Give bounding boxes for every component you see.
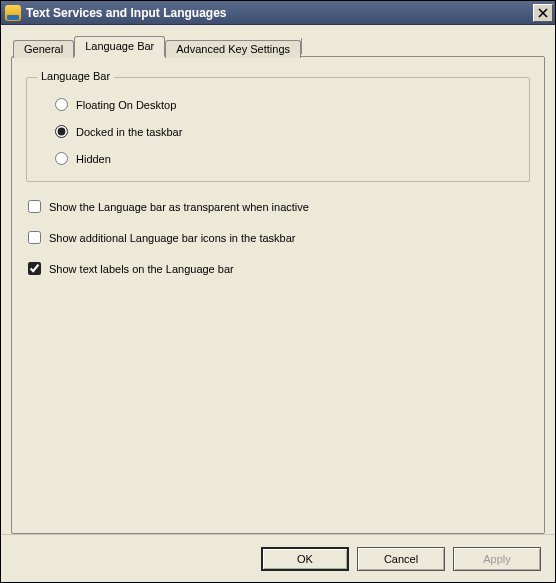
radio-floating[interactable] bbox=[55, 98, 68, 111]
radio-docked-label: Docked in the taskbar bbox=[76, 126, 182, 138]
ok-button[interactable]: OK bbox=[261, 547, 349, 571]
radio-floating-label: Floating On Desktop bbox=[76, 99, 176, 111]
tab-advanced-key-settings[interactable]: Advanced Key Settings bbox=[165, 40, 301, 58]
radio-hidden-label: Hidden bbox=[76, 153, 111, 165]
radio-docked[interactable] bbox=[55, 125, 68, 138]
button-row: OK Cancel Apply bbox=[1, 534, 555, 582]
check-text-labels-label: Show text labels on the Language bar bbox=[49, 263, 234, 275]
titlebar: Text Services and Input Languages bbox=[1, 1, 555, 25]
check-text-labels[interactable] bbox=[28, 262, 41, 275]
tab-language-bar[interactable]: Language Bar bbox=[74, 36, 165, 57]
radio-floating-row[interactable]: Floating On Desktop bbox=[55, 98, 515, 111]
check-extra-icons[interactable] bbox=[28, 231, 41, 244]
close-button[interactable] bbox=[533, 4, 553, 22]
cancel-button[interactable]: Cancel bbox=[357, 547, 445, 571]
check-transparent-row[interactable]: Show the Language bar as transparent whe… bbox=[28, 200, 530, 213]
tab-panel: Language Bar Floating On Desktop Docked … bbox=[11, 56, 545, 534]
group-legend: Language Bar bbox=[37, 70, 114, 82]
dialog-window: Text Services and Input Languages Genera… bbox=[0, 0, 556, 583]
check-transparent-label: Show the Language bar as transparent whe… bbox=[49, 201, 309, 213]
client-area: General Language Bar Advanced Key Settin… bbox=[1, 25, 555, 534]
language-bar-group: Language Bar Floating On Desktop Docked … bbox=[26, 77, 530, 182]
window-title: Text Services and Input Languages bbox=[26, 6, 533, 20]
tab-general[interactable]: General bbox=[13, 40, 74, 58]
check-transparent[interactable] bbox=[28, 200, 41, 213]
check-text-labels-row[interactable]: Show text labels on the Language bar bbox=[28, 262, 530, 275]
close-icon bbox=[538, 8, 548, 18]
app-icon bbox=[5, 5, 21, 21]
check-extra-icons-row[interactable]: Show additional Language bar icons in th… bbox=[28, 231, 530, 244]
tab-divider bbox=[301, 38, 302, 54]
tab-strip: General Language Bar Advanced Key Settin… bbox=[11, 35, 545, 56]
apply-button[interactable]: Apply bbox=[453, 547, 541, 571]
check-extra-icons-label: Show additional Language bar icons in th… bbox=[49, 232, 295, 244]
radio-hidden-row[interactable]: Hidden bbox=[55, 152, 515, 165]
radio-hidden[interactable] bbox=[55, 152, 68, 165]
radio-docked-row[interactable]: Docked in the taskbar bbox=[55, 125, 515, 138]
